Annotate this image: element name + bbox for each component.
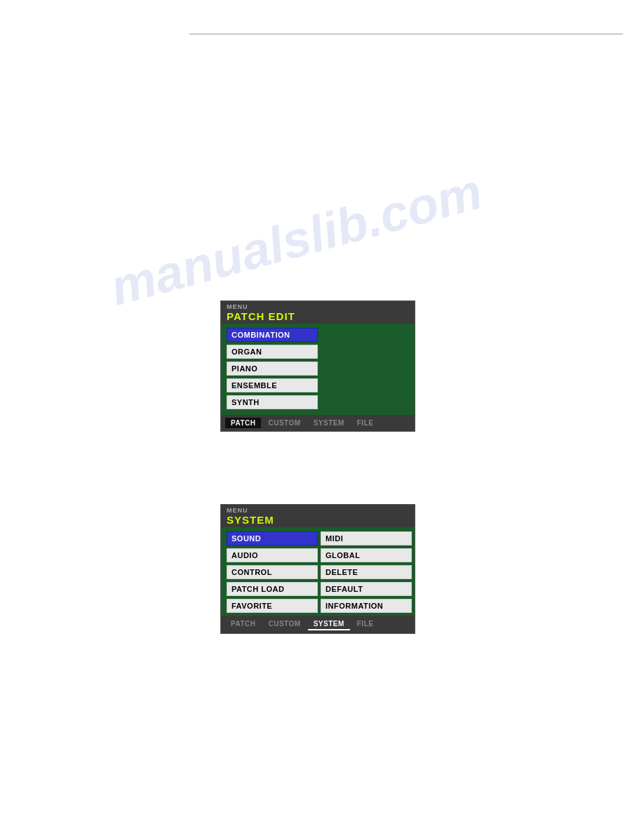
screen1-tab-file[interactable]: FILE	[351, 418, 380, 428]
system-col-left: SOUND AUDIO CONTROL PATCH LOAD FAVORITE	[227, 531, 318, 613]
screen2-tab-custom[interactable]: CUSTOM	[262, 618, 306, 630]
system-item-default[interactable]: DEFAULT	[321, 582, 412, 596]
watermark: manualslib.com	[105, 162, 488, 317]
patch-edit-item-piano[interactable]: PIANO	[227, 362, 318, 376]
system-screen: MENU SYSTEM SOUND AUDIO CONTROL PATCH LO…	[220, 504, 415, 634]
screen2-header: MENU SYSTEM	[221, 505, 415, 527]
system-item-delete[interactable]: DELETE	[321, 565, 412, 579]
screen2-title: SYSTEM	[227, 514, 409, 526]
patch-edit-item-ensemble[interactable]: ENSEMBLE	[227, 378, 318, 392]
screen2-menu-label: MENU	[227, 507, 409, 514]
patch-edit-screen: MENU PATCH EDIT COMBINATION ORGAN PIANO …	[220, 300, 415, 432]
system-item-midi[interactable]: MIDI	[321, 531, 412, 545]
patch-edit-item-organ[interactable]: ORGAN	[227, 345, 318, 359]
screen1-tab-system[interactable]: SYSTEM	[308, 418, 350, 428]
system-item-global[interactable]: GLOBAL	[321, 548, 412, 562]
screen1-tab-patch[interactable]: PATCH	[225, 418, 261, 428]
screen2-body: SOUND AUDIO CONTROL PATCH LOAD FAVORITE …	[221, 527, 415, 616]
screen2-tab-patch[interactable]: PATCH	[225, 618, 261, 630]
screen2-footer: PATCH CUSTOM SYSTEM FILE	[221, 616, 415, 633]
screen2-tab-system[interactable]: SYSTEM	[308, 618, 350, 630]
screen2-tab-file[interactable]: FILE	[351, 618, 380, 630]
system-item-favorite[interactable]: FAVORITE	[227, 599, 318, 613]
system-item-information[interactable]: INFORMATION	[321, 599, 412, 613]
patch-edit-item-combination[interactable]: COMBINATION	[227, 328, 318, 342]
system-item-patch-load[interactable]: PATCH LOAD	[227, 582, 318, 596]
top-line	[189, 34, 623, 34]
screen1-footer: PATCH CUSTOM SYSTEM FILE	[221, 415, 415, 431]
system-item-audio[interactable]: AUDIO	[227, 548, 318, 562]
system-two-col: SOUND AUDIO CONTROL PATCH LOAD FAVORITE …	[227, 531, 409, 613]
screen1-title: PATCH EDIT	[227, 310, 409, 322]
system-item-sound[interactable]: SOUND	[227, 531, 318, 545]
screen1-menu-label: MENU	[227, 303, 409, 310]
screen1-header: MENU PATCH EDIT	[221, 301, 415, 324]
patch-edit-item-synth[interactable]: SYNTH	[227, 395, 318, 409]
system-col-right: MIDI GLOBAL DELETE DEFAULT INFORMATION	[321, 531, 412, 613]
system-item-control[interactable]: CONTROL	[227, 565, 318, 579]
screen1-tab-custom[interactable]: CUSTOM	[262, 418, 306, 428]
screen1-body: COMBINATION ORGAN PIANO ENSEMBLE SYNTH	[221, 324, 415, 415]
